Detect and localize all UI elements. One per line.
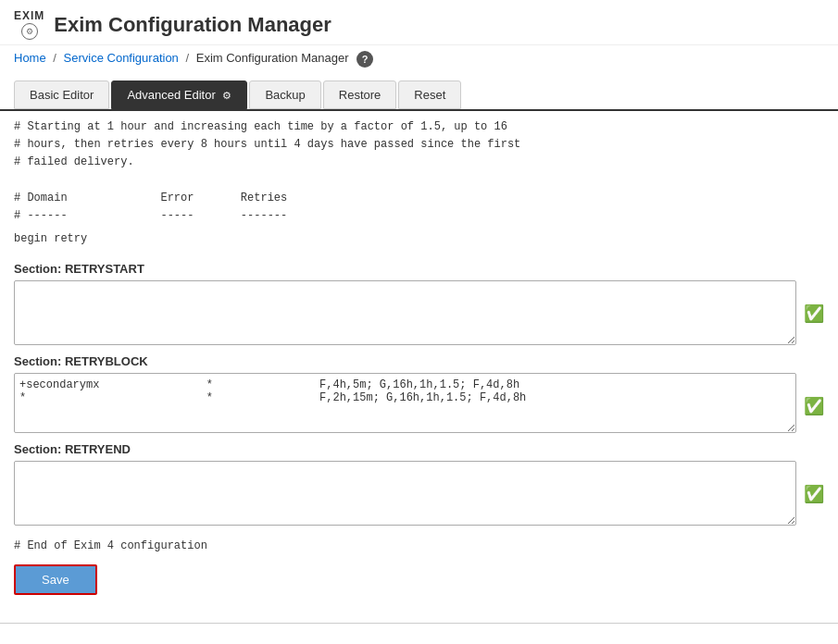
comment-block: # Starting at 1 hour and increasing each… [14, 111, 824, 229]
page-title: Exim Configuration Manager [54, 13, 331, 37]
comment-line-1: # Starting at 1 hour and increasing each… [14, 118, 824, 136]
retryblock-label: Section: RETRYBLOCK [14, 354, 824, 368]
tab-reset[interactable]: Reset [398, 80, 461, 109]
header: EXIM ⚙ Exim Configuration Manager [0, 0, 838, 45]
retrystart-label: Section: RETRYSTART [14, 262, 824, 276]
breadcrumb: Home / Service Configuration / Exim Conf… [0, 45, 838, 73]
comment-line-3: # failed delivery. [14, 154, 824, 171]
logo-icon: ⚙ [21, 23, 38, 40]
retryblock-row: +secondarymx * F,4h,5m; G,16h,1h,1.5; F,… [14, 373, 824, 433]
retrystart-textarea[interactable] [14, 280, 796, 345]
retrystart-row: ✅ [14, 280, 824, 345]
content-area: # Starting at 1 hour and increasing each… [0, 109, 838, 609]
logo-text: EXIM [14, 9, 44, 22]
retryblock-check-icon: ✅ [804, 396, 824, 416]
comment-line-dashes: # ------ ----- ------- [14, 207, 824, 225]
retrystart-check-icon: ✅ [804, 303, 824, 324]
retryend-label: Section: RETRYEND [14, 442, 824, 456]
breadcrumb-sep-1: / [53, 51, 56, 65]
comment-line-header: # Domain Error Retries [14, 190, 824, 207]
begin-retry: begin retry [14, 229, 824, 253]
tab-backup[interactable]: Backup [249, 80, 320, 109]
retryend-row: ✅ [14, 461, 824, 526]
save-btn-container: Save [14, 564, 824, 595]
tab-restore[interactable]: Restore [323, 80, 397, 109]
tabs-container: Basic Editor Advanced Editor ⚙ Backup Re… [0, 73, 838, 109]
comment-line-blank [14, 172, 824, 190]
retryblock-textarea[interactable]: +secondarymx * F,4h,5m; G,16h,1h,1.5; F,… [14, 373, 796, 433]
breadcrumb-current: Exim Configuration Manager [196, 51, 349, 65]
breadcrumb-service[interactable]: Service Configuration [64, 51, 179, 65]
breadcrumb-sep-2: / [185, 51, 189, 65]
save-button[interactable]: Save [14, 564, 97, 595]
end-comment: # End of Exim 4 configuration [14, 535, 824, 557]
comment-line-2: # hours, then retries every 8 hours unti… [14, 136, 824, 154]
breadcrumb-home[interactable]: Home [14, 51, 46, 65]
tab-advanced-label: Advanced Editor [127, 88, 215, 102]
retryend-textarea[interactable] [14, 461, 796, 526]
retryend-check-icon: ✅ [804, 484, 824, 504]
exim-logo: EXIM ⚙ [14, 9, 44, 40]
bottom-divider [0, 623, 838, 624]
help-icon[interactable]: ? [356, 51, 373, 68]
tab-advanced-editor[interactable]: Advanced Editor ⚙ [111, 80, 247, 109]
tab-basic-editor[interactable]: Basic Editor [14, 80, 109, 109]
advanced-editor-icon: ⚙ [222, 90, 231, 101]
